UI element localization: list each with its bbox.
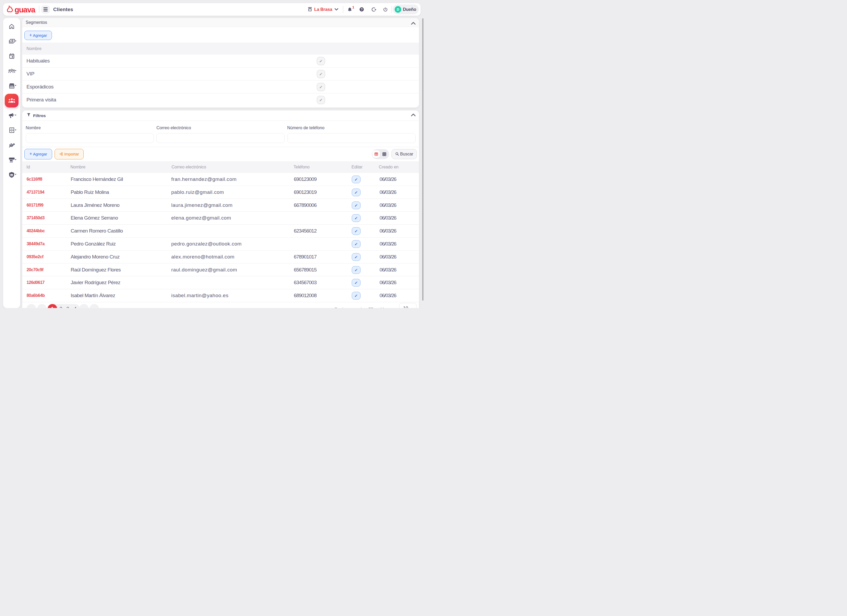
svg-text:?: ? (360, 8, 362, 11)
